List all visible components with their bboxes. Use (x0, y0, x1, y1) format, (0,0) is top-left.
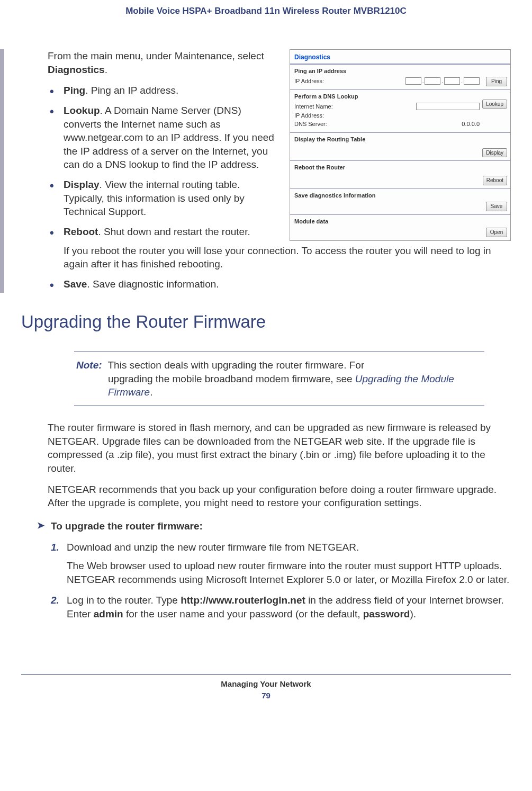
feature-item: Display. View the internal routing table… (48, 178, 511, 219)
procedure-heading: To upgrade the router firmware: (37, 519, 511, 533)
intro-bold: Diagnostics (48, 64, 105, 75)
intro-post: . (105, 64, 107, 75)
feature-list: Ping. Ping an IP address.Lookup. A Domai… (48, 84, 511, 291)
diag-ping-title: Ping an IP address (294, 67, 506, 75)
feature-desc: . Ping an IP address. (85, 85, 178, 96)
step-text: Download and unzip the new router firmwa… (67, 542, 359, 553)
feature-item: Lookup. A Domain Name Server (DNS) conve… (48, 104, 511, 172)
step-item: Download and unzip the new router firmwa… (51, 541, 511, 587)
feature-desc: . Shut down and restart the router. (98, 226, 250, 237)
running-header: Mobile Voice HSPA+ Broadband 11n Wireles… (21, 5, 511, 17)
note-box: Note: This section deals with upgrading … (74, 352, 484, 406)
body-paragraph-1: The router firmware is stored in flash m… (48, 421, 511, 475)
steps-list: Download and unzip the new router firmwa… (51, 541, 511, 621)
intro-pre: From the main menu, under Maintenance, s… (48, 50, 264, 61)
footer-page-number: 79 (21, 690, 511, 701)
step-sub: The Web browser used to upload new route… (67, 559, 511, 586)
body-paragraph-2: NETGEAR recommends that you back up your… (48, 483, 511, 510)
feature-term: Reboot (64, 226, 98, 237)
footer-chapter: Managing Your Network (21, 679, 511, 689)
feature-item: Ping. Ping an IP address. (48, 84, 511, 97)
section-heading: Upgrading the Router Firmware (21, 310, 511, 334)
feature-desc: . Save diagnostic information. (87, 278, 219, 290)
feature-term: Save (64, 278, 87, 290)
feature-term: Lookup (64, 105, 100, 116)
note-label: Note: (76, 359, 102, 371)
step-item: Log in to the router. Type http://www.ro… (51, 594, 511, 621)
note-text-1: This section deals with upgrading the ro… (108, 359, 365, 371)
feature-term: Display (64, 179, 100, 190)
note-text-2: upgrading the mobile broadband modem fir… (108, 373, 355, 384)
feature-item: Save. Save diagnostic information. (48, 277, 511, 291)
feature-term: Ping (64, 85, 85, 96)
feature-item: Reboot. Shut down and restart the router… (48, 225, 511, 271)
step-text: Log in to the router. Type http://www.ro… (67, 595, 504, 619)
thumb-tab (0, 49, 4, 293)
feature-sub: If you reboot the router you will lose y… (64, 244, 511, 271)
diag-title: Diagnostics (290, 50, 510, 64)
intro-paragraph: From the main menu, under Maintenance, s… (48, 49, 278, 76)
page-footer: Managing Your Network 79 (21, 674, 511, 702)
note-post: . (150, 386, 152, 398)
